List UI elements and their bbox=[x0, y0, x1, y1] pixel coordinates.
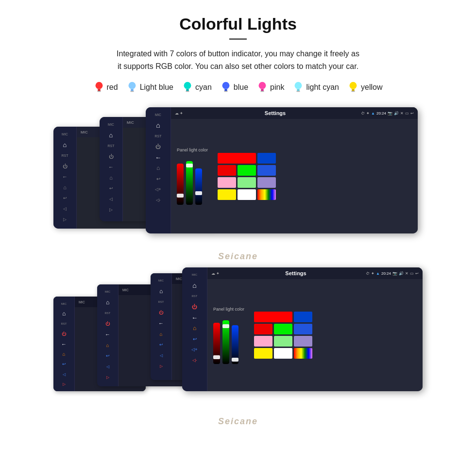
svg-rect-2 bbox=[97, 91, 101, 92]
watermark-bottom: Seicane bbox=[218, 416, 258, 427]
pink-bulb-icon bbox=[257, 81, 268, 94]
svg-rect-10 bbox=[224, 89, 227, 91]
svg-point-12 bbox=[259, 82, 266, 89]
color-label-lightblue: Light blue bbox=[140, 83, 173, 92]
color-label-blue: blue bbox=[234, 83, 248, 92]
color-label-cyan: cyan bbox=[195, 83, 212, 92]
svg-point-3 bbox=[128, 82, 136, 89]
color-item-yellow: yellow bbox=[348, 81, 382, 94]
top-device-group: MIC ⌂ RST ⏻ ← ⌂ ↩ ◁ ▷ MIC ⌂ bbox=[53, 107, 423, 263]
color-item-pink: pink bbox=[257, 81, 284, 94]
panel-light-label-bottom: Panel light color bbox=[213, 307, 244, 312]
bottom-device-4: MIC ⌂ RST ⏻ ← ⌂ ↩ ◁+ ◁- ☁ ✦ Settings ⏱✦▲ bbox=[182, 267, 423, 391]
color-label-red: red bbox=[107, 83, 118, 92]
description-text: Integrated with 7 colors of button indic… bbox=[19, 48, 457, 72]
svg-rect-4 bbox=[131, 89, 134, 91]
color-label-yellow: yellow bbox=[361, 83, 382, 92]
color-item-lightcyan: light cyan bbox=[293, 81, 339, 94]
yellow-bulb-icon bbox=[348, 81, 358, 94]
color-item-cyan: cyan bbox=[182, 81, 212, 94]
color-indicators-row: red Light blue cyan blue bbox=[19, 81, 457, 94]
blue-bulb-icon bbox=[221, 81, 231, 94]
svg-rect-17 bbox=[297, 91, 300, 92]
title-section: Colorful Lights Integrated with 7 colors… bbox=[19, 15, 457, 72]
svg-rect-14 bbox=[260, 91, 264, 92]
svg-rect-16 bbox=[297, 89, 300, 91]
top-device-3: MIC ⌂ RST ⏻ ← ⌂ ↩ ◁+ ◁- ☁ ✦ Settings ⏱✦▲ bbox=[146, 107, 418, 233]
lightcyan-bulb-icon bbox=[293, 81, 304, 94]
svg-rect-13 bbox=[261, 89, 264, 91]
svg-rect-20 bbox=[351, 91, 355, 92]
watermark-top: Seicane bbox=[218, 251, 258, 262]
color-label-pink: pink bbox=[270, 83, 284, 92]
svg-rect-19 bbox=[352, 89, 355, 91]
svg-point-6 bbox=[184, 82, 191, 89]
color-label-lightcyan: light cyan bbox=[306, 83, 339, 92]
color-item-blue: blue bbox=[221, 81, 248, 94]
cyan-bulb-icon bbox=[182, 81, 193, 94]
svg-point-9 bbox=[222, 82, 229, 89]
svg-point-18 bbox=[350, 82, 357, 89]
red-bulb-icon bbox=[94, 81, 104, 94]
title-divider bbox=[229, 38, 247, 40]
svg-rect-11 bbox=[224, 91, 227, 92]
svg-point-15 bbox=[295, 82, 302, 89]
svg-rect-8 bbox=[186, 91, 189, 92]
svg-rect-1 bbox=[98, 89, 101, 91]
svg-rect-7 bbox=[186, 89, 189, 91]
svg-point-0 bbox=[95, 82, 102, 89]
svg-rect-5 bbox=[130, 91, 134, 92]
color-item-lightblue: Light blue bbox=[127, 81, 173, 94]
page-title: Colorful Lights bbox=[19, 15, 457, 33]
bottom-device-group: MIC ⌂ RST ⏻ ← ⌂ ↩ ◁ ▷ MIC Settings bbox=[53, 267, 423, 428]
page-wrapper: Colorful Lights Integrated with 7 colors… bbox=[0, 0, 476, 442]
color-item-red: red bbox=[94, 81, 118, 94]
lightblue-bulb-icon bbox=[127, 81, 137, 94]
panel-light-label: Panel light color bbox=[177, 148, 208, 152]
